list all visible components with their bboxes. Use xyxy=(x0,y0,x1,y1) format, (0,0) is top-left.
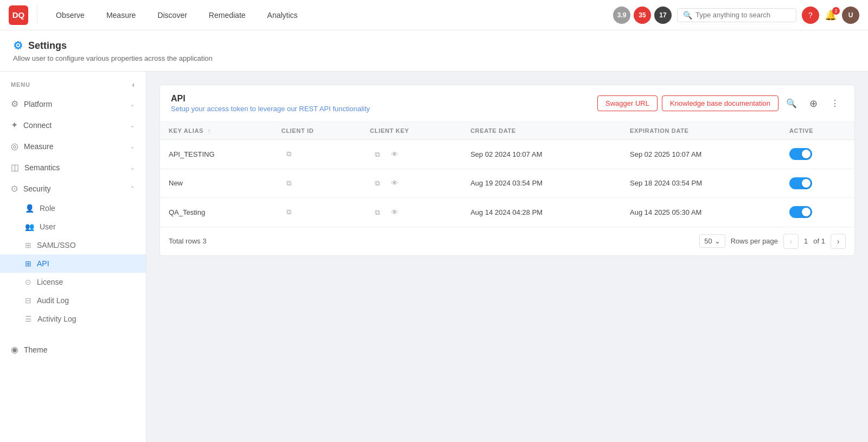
col-expiration-date[interactable]: EXPIRATION DATE xyxy=(621,122,781,140)
sidebar-item-semantics-label: Semantics xyxy=(24,163,60,172)
row2-client-key: ⧉ 👁 xyxy=(361,169,462,198)
sidebar-item-theme[interactable]: ◉ Theme xyxy=(0,339,146,360)
nav-observe[interactable]: Observe xyxy=(46,7,94,24)
sidebar-item-measure[interactable]: ◎ Measure ⌄ xyxy=(0,136,146,157)
row3-client-key: ⧉ 👁 xyxy=(361,198,462,227)
sidebar-item-security[interactable]: ⊙ Security ⌃ xyxy=(0,178,146,199)
row1-create-date: Sep 02 2024 10:07 AM xyxy=(462,140,621,169)
sidebar-subitem-activity-log[interactable]: ☰ Activity Log xyxy=(0,310,146,328)
sidebar-subitem-role[interactable]: 👤 Role xyxy=(0,199,146,217)
page-current: 1 xyxy=(804,237,808,245)
row3-create-date: Aug 14 2024 04:28 PM xyxy=(462,198,621,227)
search-input[interactable] xyxy=(695,11,790,19)
api-actions: Swagger URL Knowledge base documentation… xyxy=(597,95,844,112)
knowledge-base-button[interactable]: Knowledge base documentation xyxy=(662,95,778,111)
row1-active-toggle[interactable] xyxy=(789,148,846,160)
copy-client-key-button[interactable]: ⧉ xyxy=(370,147,385,162)
col-client-key[interactable]: CLIENT KEY xyxy=(361,122,462,140)
next-page-button[interactable]: › xyxy=(831,234,846,249)
copy-client-key-button[interactable]: ⧉ xyxy=(370,205,385,220)
sidebar-collapse-button[interactable]: ‹ xyxy=(132,80,135,89)
sidebar-subitem-audit-log-label: Audit Log xyxy=(37,296,69,305)
theme-icon: ◉ xyxy=(11,344,18,355)
row1-client-id: ⧉ xyxy=(273,140,361,169)
sidebar-subitem-api[interactable]: ⊞ API xyxy=(0,254,146,273)
nav-right: 3.9 35 17 🔍 ? 🔔 2 U xyxy=(613,7,859,24)
sidebar-item-security-left: ⊙ Security xyxy=(11,183,51,194)
add-button[interactable]: ⊕ xyxy=(805,95,822,112)
row1-client-key: ⧉ 👁 xyxy=(361,140,462,169)
sidebar-subitem-audit-log[interactable]: ⊟ Audit Log xyxy=(0,291,146,310)
view-client-key-button[interactable]: 👁 xyxy=(387,176,403,191)
sidebar-subitem-user[interactable]: 👥 User xyxy=(0,217,146,236)
sidebar-subitem-saml-label: SAML/SSO xyxy=(37,241,76,249)
badge-issues[interactable]: 35 xyxy=(634,7,651,24)
col-active[interactable]: ACTIVE xyxy=(781,122,854,140)
nav-discover[interactable]: Discover xyxy=(148,7,196,24)
notification-icon[interactable]: 🔔 2 xyxy=(825,9,837,21)
badge-group: 3.9 35 17 xyxy=(613,7,672,24)
api-table: KEY ALIAS ↑ CLIENT ID CLIENT KEY CREATE … xyxy=(160,122,854,227)
row3-active-toggle[interactable] xyxy=(789,206,846,218)
badge-score[interactable]: 3.9 xyxy=(613,7,630,24)
sidebar-item-semantics-left: ◫ Semantics xyxy=(11,162,60,172)
search-button[interactable]: 🔍 xyxy=(783,95,800,112)
sidebar-subitem-license[interactable]: ⊙ License xyxy=(0,273,146,291)
sidebar-item-platform[interactable]: ⚙ Platform ⌄ xyxy=(0,93,146,114)
api-description: Setup your access token to leverage our … xyxy=(171,105,370,113)
row2-client-id: ⧉ xyxy=(273,169,361,198)
api-icon: ⊞ xyxy=(25,259,31,268)
search-box[interactable]: 🔍 xyxy=(677,8,796,22)
row1-expiration-date: Sep 02 2025 10:07 AM xyxy=(621,140,781,169)
role-icon: 👤 xyxy=(25,204,34,213)
connect-icon: ✦ xyxy=(11,120,18,130)
copy-client-id-button[interactable]: ⧉ xyxy=(282,204,297,220)
semantics-icon: ◫ xyxy=(11,162,19,172)
swagger-url-button[interactable]: Swagger URL xyxy=(597,95,658,111)
user-avatar[interactable]: U xyxy=(842,7,859,24)
nav-remediate[interactable]: Remediate xyxy=(199,7,256,24)
user-icon: 👥 xyxy=(25,222,34,231)
row2-active-toggle[interactable] xyxy=(789,177,846,189)
row3-active xyxy=(781,198,854,227)
sidebar-subitem-api-label: API xyxy=(37,259,49,268)
activity-log-icon: ☰ xyxy=(25,315,32,323)
security-chevron-icon: ⌃ xyxy=(130,185,135,193)
col-create-date[interactable]: CREATE DATE xyxy=(462,122,621,140)
more-options-button[interactable]: ⋮ xyxy=(826,95,844,112)
col-key-alias[interactable]: KEY ALIAS ↑ xyxy=(160,122,273,140)
row1-key-alias: API_TESTING xyxy=(160,140,273,169)
row2-active xyxy=(781,169,854,198)
copy-client-key-button[interactable]: ⧉ xyxy=(370,176,385,191)
nav-analytics[interactable]: Analytics xyxy=(258,7,308,24)
sidebar-item-semantics[interactable]: ◫ Semantics ⌄ xyxy=(0,157,146,178)
badge-count[interactable]: 17 xyxy=(654,7,672,24)
table-row: New ⧉ ⧉ 👁 Aug 19 2024 03:54 PM Sep 18 20… xyxy=(160,169,854,198)
sidebar-item-theme-label: Theme xyxy=(24,345,48,354)
nav-measure[interactable]: Measure xyxy=(97,7,145,24)
help-icon[interactable]: ? xyxy=(802,7,819,24)
row3-client-id: ⧉ xyxy=(273,198,361,227)
rows-per-page-label: Rows per page xyxy=(731,237,778,245)
security-subitems: 👤 Role 👥 User ⊞ SAML/SSO ⊞ API ⊙ Lic xyxy=(0,199,146,328)
semantics-chevron-icon: ⌄ xyxy=(130,164,135,171)
app-logo[interactable]: DQ xyxy=(9,5,28,25)
sidebar-item-connect[interactable]: ✦ Connect ⌄ xyxy=(0,114,146,136)
view-client-key-button[interactable]: 👁 xyxy=(387,146,403,162)
copy-client-id-button[interactable]: ⧉ xyxy=(282,176,297,191)
col-client-id[interactable]: CLIENT ID xyxy=(273,122,361,140)
connect-chevron-icon: ⌄ xyxy=(130,121,135,129)
rows-per-page-select[interactable]: 50 ⌄ xyxy=(699,234,725,248)
sidebar-subitem-saml[interactable]: ⊞ SAML/SSO xyxy=(0,236,146,254)
api-title: API xyxy=(171,94,370,104)
add-circle-icon: ⊕ xyxy=(809,98,818,110)
view-client-key-button[interactable]: 👁 xyxy=(387,204,403,220)
page-subtitle: Allow user to configure various properti… xyxy=(13,54,855,62)
nav-divider xyxy=(37,7,37,24)
content-area: API Setup your access token to leverage … xyxy=(146,72,868,442)
row1-active xyxy=(781,140,854,169)
prev-page-button[interactable]: ‹ xyxy=(783,234,799,249)
pagination-controls: 50 ⌄ Rows per page ‹ 1 of 1 › xyxy=(699,234,846,249)
page: ⚙ Settings Allow user to configure vario… xyxy=(0,30,868,442)
copy-client-id-button[interactable]: ⧉ xyxy=(282,146,297,162)
